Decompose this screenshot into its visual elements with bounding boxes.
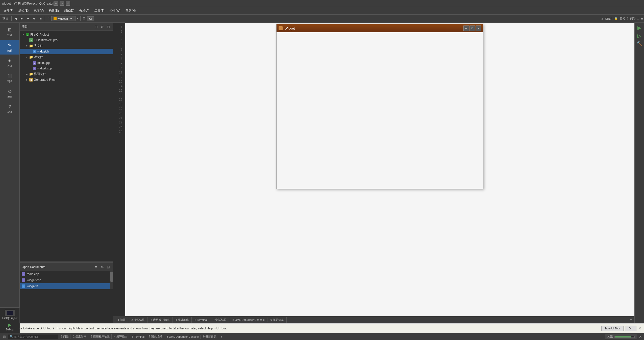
sidebar-debug[interactable]: ⬛ 调试 bbox=[0, 71, 19, 85]
tab-close-btn[interactable]: ✕ bbox=[76, 17, 79, 20]
status-tab-output[interactable]: 3 应用程序输出 bbox=[89, 334, 111, 339]
generated-folder-icon: 📋 bbox=[29, 78, 33, 82]
menu-help[interactable]: 帮助(H) bbox=[123, 8, 138, 14]
search-input[interactable] bbox=[14, 335, 52, 338]
ui-tab-label: Ui bbox=[89, 17, 92, 20]
main-toolbar: 项目 ◀ ▶ ⇥ ⊕ ⊡ ⠿ widget.h ▼ ✕ ⠿ Ui # CRLF … bbox=[0, 15, 644, 23]
session-project-item[interactable]: FirstQtProject bbox=[0, 309, 19, 321]
nav-back-button[interactable]: ◀ bbox=[13, 16, 18, 21]
menu-controls[interactable]: 控件(W) bbox=[107, 8, 123, 14]
sidebar-edit[interactable]: ✎ 编辑 bbox=[0, 40, 19, 55]
project-icon: ⚙ bbox=[7, 88, 13, 94]
toolbar-btn-2[interactable]: ⊕ bbox=[31, 16, 37, 21]
status-tab-overview[interactable]: 9 概要信息 bbox=[202, 334, 218, 339]
status-tab-terminal[interactable]: 5 Terminal bbox=[130, 335, 146, 339]
status-tab-tests[interactable]: 7 测试结果 bbox=[147, 334, 164, 339]
build-progress-fill bbox=[615, 336, 631, 337]
menu-build[interactable]: 构建(B) bbox=[46, 8, 61, 14]
run-button[interactable]: ▶ bbox=[636, 24, 642, 32]
tree-item-widget-h[interactable]: h widget.h bbox=[20, 49, 113, 54]
sidebar-design[interactable]: ◈ 设计 bbox=[0, 56, 19, 70]
build-button[interactable]: 🔨 bbox=[636, 40, 643, 47]
tree-item-sources[interactable]: ▼ 📁 源文件 bbox=[20, 54, 113, 60]
bottom-tab-2[interactable]: 2 搜索结果 bbox=[129, 317, 147, 323]
project-tree: ▼ Q FirstQtProject p FirstQtProject.pro … bbox=[20, 31, 113, 261]
menu-file[interactable]: 文件(F) bbox=[1, 8, 16, 14]
tree-item-headers[interactable]: ▼ 📁 头文件 bbox=[20, 43, 113, 49]
bottom-tab-5[interactable]: 5 Terminal bbox=[192, 318, 210, 322]
bottom-tab-7[interactable]: 8 QML Debugger Console bbox=[230, 318, 267, 322]
toolbar-btn-3[interactable]: ⊡ bbox=[38, 16, 43, 21]
bottom-tab-1[interactable]: 1 问题 bbox=[115, 317, 128, 323]
arrow-widget-cpp bbox=[29, 67, 32, 70]
project-filter-btn[interactable]: ⊟ bbox=[94, 24, 99, 29]
menu-analyze[interactable]: 分析(A) bbox=[77, 8, 92, 14]
open-docs-add-btn[interactable]: ⊕ bbox=[100, 265, 105, 270]
status-close-btn[interactable]: ✕ bbox=[639, 335, 642, 339]
bottom-tab-8[interactable]: 9 概要信息 bbox=[268, 317, 287, 323]
project-panel-header: 项目 ⊟ ⊕ ⊡ bbox=[20, 23, 113, 31]
sidebar-project[interactable]: ⚙ 项目 bbox=[0, 86, 19, 101]
notification-close-button[interactable]: ✕ bbox=[638, 326, 641, 330]
status-tab-issues[interactable]: 1 问题 bbox=[59, 334, 70, 339]
bottom-tab-6[interactable]: 7 测试结果 bbox=[211, 317, 229, 323]
project-root-label: FirstQtProject bbox=[30, 33, 49, 36]
notification-text: Would you like to take a quick UI tour? … bbox=[3, 327, 599, 330]
tree-item-ui-folder[interactable]: ▶ 📁 界面文件 bbox=[20, 71, 113, 77]
widget-h-doc-icon: h bbox=[22, 284, 25, 288]
main-area: ⊞ 欢迎 ✎ 编辑 ◈ 设计 ⬛ 调试 ⚙ 项目 ? 帮助 项目 ⊟ ⊕ bbox=[0, 23, 644, 323]
open-doc-widget-cpp[interactable]: c widget.cpp bbox=[20, 277, 110, 283]
tab-dropdown-btn[interactable]: ▼ bbox=[69, 17, 73, 20]
open-docs-title: Open Documents bbox=[22, 265, 92, 269]
tree-item-generated[interactable]: ▶ 📋 Generated Files bbox=[20, 77, 113, 83]
arrow-project-root: ▼ bbox=[22, 33, 25, 36]
bottom-tab-3[interactable]: 3 应用程序输出 bbox=[148, 317, 172, 323]
status-tab-compile[interactable]: 4 编译输出 bbox=[113, 334, 129, 339]
tree-item-main-cpp[interactable]: c main.cpp bbox=[20, 60, 113, 66]
left-panel: 项目 ⊟ ⊕ ⊡ ▼ Q FirstQtProject p FirstQtPro… bbox=[20, 23, 113, 323]
status-tab-search[interactable]: 2 搜索结果 bbox=[71, 334, 88, 339]
dismiss-button[interactable]: D... bbox=[626, 326, 636, 331]
line-23: 23 bbox=[114, 125, 124, 129]
sidebar-welcome[interactable]: ⊞ 欢迎 bbox=[0, 25, 19, 39]
status-search[interactable]: 🔍 bbox=[8, 334, 58, 339]
ui-tab[interactable]: Ui bbox=[87, 16, 94, 21]
status-panel-toggle[interactable]: ⊡ bbox=[2, 334, 7, 339]
project-panel-title: 项目 bbox=[22, 24, 93, 29]
open-docs-dropdown-btn[interactable]: ▼ bbox=[93, 265, 99, 270]
take-tour-button[interactable]: Take UI Tour bbox=[601, 326, 624, 331]
tree-item-widget-cpp[interactable]: c widget.cpp bbox=[20, 66, 113, 71]
widget-window[interactable]: Widget ─ □ ✕ bbox=[276, 24, 483, 189]
open-doc-main-cpp[interactable]: c main.cpp bbox=[20, 271, 110, 277]
tree-item-project-root[interactable]: ▼ Q FirstQtProject bbox=[20, 32, 113, 37]
session-debug-icon: ▶ bbox=[8, 322, 12, 328]
session-debug-item[interactable]: ▶ Debug bbox=[0, 321, 19, 332]
widget-body bbox=[277, 32, 483, 189]
minimize-button[interactable]: ─ bbox=[54, 2, 58, 6]
tree-item-pro-file[interactable]: p FirstQtProject.pro bbox=[20, 37, 113, 43]
docs-scrollbar[interactable] bbox=[110, 271, 113, 289]
menu-debug[interactable]: 调试(D) bbox=[61, 8, 77, 14]
open-doc-widget-h[interactable]: h widget.h bbox=[20, 283, 110, 289]
line-7: 7 bbox=[114, 52, 124, 57]
close-button[interactable]: ✕ bbox=[66, 2, 70, 6]
nav-forward-button[interactable]: ▶ bbox=[19, 16, 24, 21]
menu-tools[interactable]: 工具(T) bbox=[92, 8, 107, 14]
open-docs-layout-btn[interactable]: ⊡ bbox=[106, 265, 111, 270]
menu-view[interactable]: 视图(V) bbox=[31, 8, 46, 14]
run-debug-button[interactable]: ▷ bbox=[636, 32, 642, 40]
generated-label: Generated Files bbox=[34, 78, 55, 82]
file-tab-widget-h[interactable]: widget.h ▼ bbox=[51, 16, 76, 21]
widget-maximize-btn[interactable]: □ bbox=[469, 25, 475, 31]
menu-edit[interactable]: 编辑(E) bbox=[16, 8, 31, 14]
project-add-btn[interactable]: ⊕ bbox=[100, 24, 105, 29]
project-layout-btn[interactable]: ⊡ bbox=[106, 24, 111, 29]
toolbar-btn-1[interactable]: ⇥ bbox=[25, 16, 31, 21]
widget-close-btn[interactable]: ✕ bbox=[476, 25, 481, 31]
maximize-button[interactable]: □ bbox=[60, 2, 64, 6]
widget-minimize-btn[interactable]: ─ bbox=[463, 25, 469, 31]
bottom-tab-4[interactable]: 4 编译输出 bbox=[173, 317, 192, 323]
status-tab-qml[interactable]: 8 QML Debugger Console bbox=[165, 335, 200, 339]
widget-titlebar: Widget ─ □ ✕ bbox=[277, 24, 483, 32]
sidebar-help[interactable]: ? 帮助 bbox=[0, 102, 19, 116]
